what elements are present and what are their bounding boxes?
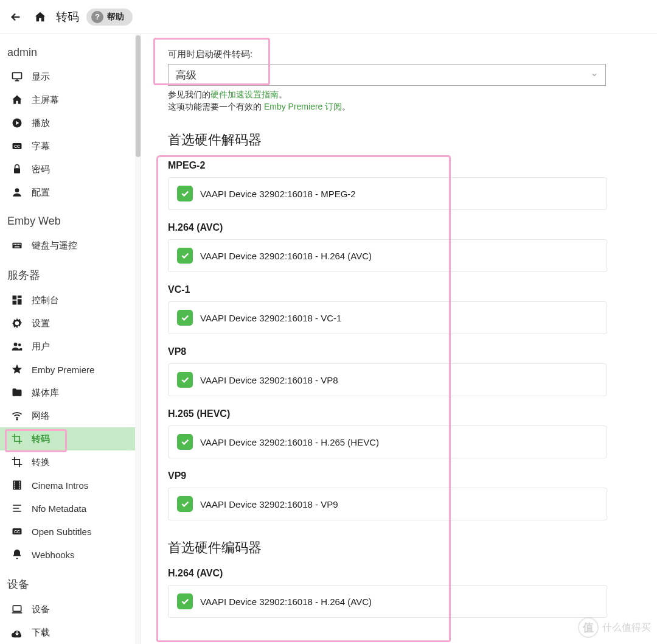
sidebar-item-键盘与遥控[interactable]: 键盘与遥控 — [0, 234, 135, 257]
check-icon — [180, 189, 190, 198]
sidebar-item-转换[interactable]: 转换 — [0, 450, 135, 474]
sidebar-item-Cinema Intros[interactable]: Cinema Intros — [0, 474, 135, 497]
codec-device-label: VAAPI Device 32902:16018 - VC-1 — [200, 313, 341, 323]
codec-device-row[interactable]: VAAPI Device 32902:16018 - H.264 (AVC) — [168, 239, 607, 272]
sidebar-item-label: 主屏幕 — [32, 94, 59, 106]
sidebar-item-label: 转码 — [32, 433, 50, 445]
sidebar-item-网络[interactable]: 网络 — [0, 404, 135, 427]
hw-guide-link[interactable]: 硬件加速设置指南 — [210, 89, 279, 99]
scrollbar-thumb[interactable] — [136, 35, 141, 157]
sidebar-item-设备[interactable]: 设备 — [0, 598, 135, 621]
checkbox-checked[interactable] — [177, 434, 193, 450]
sidebar-item-label: 字幕 — [32, 141, 50, 152]
svg-rect-28 — [19, 488, 20, 489]
sidebar-item-label: Cinema Intros — [32, 480, 88, 491]
decoders-heading: 首选硬件解码器 — [168, 131, 620, 149]
sidebar-item-label: 转换 — [32, 457, 50, 468]
sidebar-item-播放[interactable]: 播放 — [0, 111, 135, 135]
topbar: 转码 ? 帮助 — [0, 0, 657, 34]
codec-name: MPEG-2 — [168, 160, 620, 171]
codec-device-row[interactable]: VAAPI Device 32902:16018 - VP8 — [168, 363, 607, 396]
codec-name: H.264 (AVC) — [168, 568, 620, 579]
hw-transcode-select[interactable]: 高级 — [168, 64, 606, 86]
sidebar-item-label: 播放 — [32, 117, 50, 129]
codec-device-label: VAAPI Device 32902:16018 - MPEG-2 — [200, 189, 356, 199]
sidebar-item-字幕[interactable]: CC字幕 — [0, 135, 135, 158]
codec-device-row[interactable]: VAAPI Device 32902:16018 - VP9 — [168, 488, 607, 520]
svg-rect-21 — [14, 481, 15, 483]
premiere-link[interactable]: Emby Premiere 订阅 — [264, 102, 342, 111]
sidebar-item-主屏幕[interactable]: 主屏幕 — [0, 88, 135, 111]
download-icon — [11, 626, 32, 639]
checkbox-checked[interactable] — [177, 496, 193, 512]
svg-point-18 — [18, 343, 21, 346]
checkbox-checked[interactable] — [177, 186, 193, 201]
svg-point-17 — [14, 343, 18, 346]
sidebar-item-label: Nfo Metadata — [32, 503, 86, 514]
svg-rect-24 — [14, 488, 15, 489]
chevron-down-icon — [591, 71, 598, 79]
hw-transcode-value: 高级 — [176, 68, 196, 82]
sidebar-item-控制台[interactable]: 控制台 — [0, 289, 135, 312]
folder-icon — [11, 387, 32, 399]
sidebar-item-label: 控制台 — [32, 295, 59, 306]
codec-block: VC-1VAAPI Device 32902:16018 - VC-1 — [168, 284, 620, 334]
help-button[interactable]: ? 帮助 — [86, 9, 133, 26]
codec-device-label: VAAPI Device 32902:16018 - H.264 (AVC) — [200, 597, 372, 607]
svg-rect-9 — [16, 244, 18, 245]
checkbox-checked[interactable] — [177, 372, 193, 388]
check-icon — [180, 375, 190, 385]
gear-icon — [11, 317, 32, 329]
codec-device-label: VAAPI Device 32902:16018 - VP9 — [200, 499, 338, 509]
sidebar-item-Open Subtitles[interactable]: CCOpen Subtitles — [0, 520, 135, 543]
laptop-icon — [11, 603, 32, 615]
sidebar-item-转码[interactable]: 转码 — [0, 427, 135, 450]
page-title: 转码 — [56, 9, 79, 25]
monitor-icon — [11, 71, 32, 83]
premiere-required-text: 这项功能需要一个有效的 Emby Premiere 订阅。 — [168, 102, 620, 113]
sidebar-item-下载[interactable]: 下载 — [0, 621, 135, 644]
watermark: 值 什么值得买 — [578, 617, 651, 638]
arrow-left-icon — [9, 10, 23, 24]
svg-point-19 — [16, 419, 18, 420]
sidebar-item-媒体库[interactable]: 媒体库 — [0, 381, 135, 404]
check-icon — [180, 499, 190, 509]
back-button[interactable] — [4, 5, 28, 29]
sidebar-item-label: 配置 — [32, 187, 50, 198]
svg-text:CC: CC — [14, 144, 20, 149]
sidebar-item-设置[interactable]: 设置 — [0, 312, 135, 335]
sidebar-item-label: 设置 — [32, 318, 50, 329]
sidebar-item-label: 密码 — [32, 164, 50, 175]
codec-device-row[interactable]: VAAPI Device 32902:16018 - H.264 (AVC) — [168, 585, 607, 618]
help-label: 帮助 — [107, 12, 124, 23]
svg-rect-0 — [13, 72, 22, 79]
sidebar-item-Nfo Metadata[interactable]: Nfo Metadata — [0, 497, 135, 520]
sidebar-item-配置[interactable]: 配置 — [0, 181, 135, 204]
sidebar-item-label: 键盘与遥控 — [32, 240, 77, 251]
play-icon — [11, 117, 32, 129]
svg-rect-8 — [15, 244, 16, 245]
sidebar-item-label: 下载 — [32, 627, 50, 639]
sidebar-item-显示[interactable]: 显示 — [0, 65, 135, 88]
main-content: 可用时启动硬件转码: 高级 参见我们的硬件加速设置指南。 这项功能需要一个有效的… — [141, 34, 657, 644]
checkbox-checked[interactable] — [177, 248, 193, 264]
sidebar-item-用户[interactable]: 用户 — [0, 335, 135, 358]
scrollbar-track[interactable] — [135, 34, 141, 644]
codec-block: MPEG-2VAAPI Device 32902:16018 - MPEG-2 — [168, 160, 620, 210]
svg-rect-27 — [19, 486, 20, 487]
home-button[interactable] — [28, 5, 52, 29]
sidebar-item-Webhooks[interactable]: Webhooks — [0, 543, 135, 566]
codec-device-row[interactable]: VAAPI Device 32902:16018 - H.265 (HEVC) — [168, 425, 607, 458]
checkbox-checked[interactable] — [177, 593, 193, 609]
checkbox-checked[interactable] — [177, 310, 193, 326]
sidebar-item-密码[interactable]: 密码 — [0, 158, 135, 181]
svg-point-5 — [15, 188, 19, 192]
sidebar-item-Emby Premiere[interactable]: Emby Premiere — [0, 358, 135, 381]
codec-device-row[interactable]: VAAPI Device 32902:16018 - VC-1 — [168, 301, 607, 334]
codec-name: H.264 (AVC) — [168, 222, 620, 233]
svg-rect-10 — [18, 244, 19, 245]
sidebar-item-label: Webhooks — [32, 550, 75, 560]
codec-name: VP8 — [168, 346, 620, 357]
codec-device-row[interactable]: VAAPI Device 32902:16018 - MPEG-2 — [168, 177, 607, 210]
svg-rect-15 — [18, 299, 22, 304]
